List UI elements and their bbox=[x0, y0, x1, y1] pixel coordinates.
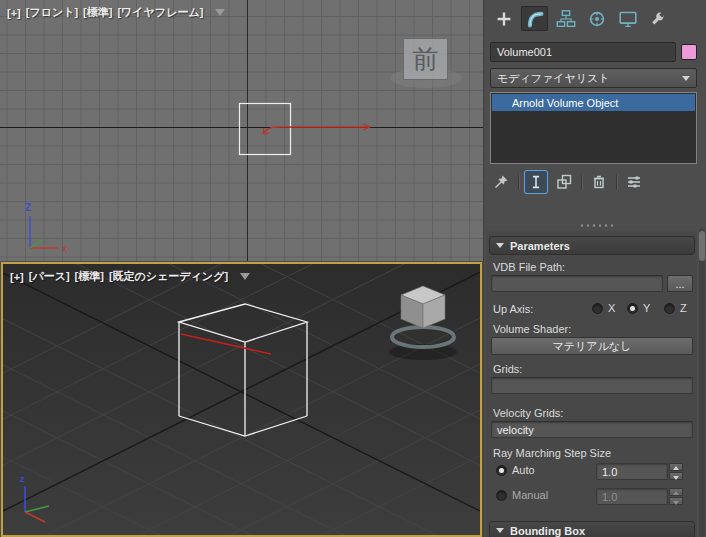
toolbar-separator bbox=[581, 175, 582, 190]
viewport-menu-triangle-icon[interactable] bbox=[215, 9, 225, 16]
parameters-rollout-header[interactable]: Parameters bbox=[489, 236, 695, 255]
toolbar-separator bbox=[616, 175, 617, 190]
grids-field[interactable] bbox=[491, 377, 693, 394]
browse-button-label: ... bbox=[675, 278, 684, 290]
perspective-viewport[interactable]: z [+] [パース] [標準] [既定のシェーディング] bbox=[1, 262, 482, 537]
make-unique-button[interactable] bbox=[553, 171, 575, 193]
rollout-area-grip[interactable] bbox=[579, 224, 613, 227]
axis-z-label: Z bbox=[25, 202, 31, 213]
viewport-pov-menu[interactable]: [フロント] bbox=[26, 5, 78, 20]
persp-axis-tripod: z bbox=[20, 474, 49, 522]
volume-shader-label: Volume Shader: bbox=[493, 323, 571, 335]
pin-stack-button[interactable] bbox=[490, 171, 512, 193]
up-axis-x-option: X bbox=[592, 302, 615, 314]
velocity-grids-value: velocity bbox=[497, 424, 534, 436]
rollout-open-arrow-icon bbox=[496, 243, 504, 248]
browse-vdb-button[interactable]: ... bbox=[667, 275, 693, 292]
viewport-shading-menu[interactable]: [ワイヤフレーム] bbox=[117, 5, 203, 20]
viewport-per-view-preset-menu[interactable]: [標準] bbox=[75, 269, 104, 284]
spinner-arrows bbox=[669, 463, 683, 480]
bounding-box-rollout-title: Bounding Box bbox=[510, 525, 585, 537]
auto-step-spinner: 1.0 bbox=[596, 463, 683, 480]
create-plus-icon bbox=[493, 8, 515, 30]
selected-object-outline[interactable] bbox=[240, 104, 291, 155]
viewcube-front-face[interactable]: 前 bbox=[403, 38, 448, 80]
panel-scrollbar-track[interactable] bbox=[699, 228, 705, 537]
vdb-file-path-label: VDB File Path: bbox=[493, 261, 565, 273]
command-panel: モディファイヤリスト Arnold Volume Object bbox=[483, 0, 706, 537]
viewport-pov-menu[interactable]: [パース] bbox=[29, 269, 70, 284]
viewport-per-view-preset-menu[interactable]: [標準] bbox=[83, 5, 112, 20]
chevron-down-icon bbox=[682, 76, 690, 81]
spinner-up-icon[interactable] bbox=[669, 463, 683, 471]
grids-label: Grids: bbox=[493, 363, 522, 375]
tab-create[interactable] bbox=[490, 6, 517, 31]
show-end-result-button[interactable] bbox=[525, 171, 547, 193]
tab-modify[interactable] bbox=[521, 6, 548, 31]
auto-option: Auto bbox=[496, 464, 535, 476]
manual-option: Manual bbox=[496, 489, 548, 501]
viewport-menu-triangle-icon[interactable] bbox=[240, 273, 250, 280]
rollout-open-arrow-icon bbox=[496, 528, 504, 533]
velocity-grids-field[interactable]: velocity bbox=[491, 421, 693, 438]
tab-display[interactable] bbox=[614, 6, 641, 31]
object-color-swatch[interactable] bbox=[681, 44, 697, 60]
front-axis-tripod: Z x bbox=[25, 202, 67, 254]
show-end-result-icon bbox=[528, 174, 544, 190]
spinner-arrows bbox=[669, 488, 683, 505]
modifier-stack-item[interactable]: Arnold Volume Object bbox=[492, 94, 695, 111]
hierarchy-icon bbox=[555, 8, 577, 30]
manual-step-value[interactable]: 1.0 bbox=[596, 488, 668, 505]
front-viewport-menu: [+] [フロント] [標準] [ワイヤフレーム] bbox=[7, 5, 225, 20]
toolbar-separator bbox=[518, 175, 519, 190]
auto-step-value[interactable]: 1.0 bbox=[596, 463, 668, 480]
persp-viewport-menu: [+] [パース] [標準] [既定のシェーディング] bbox=[10, 269, 250, 284]
configure-modifier-sets-button[interactable] bbox=[623, 171, 645, 193]
velocity-grids-label: Velocity Grids: bbox=[493, 407, 563, 419]
tab-hierarchy[interactable] bbox=[552, 6, 579, 31]
material-button-label: マテリアルなし bbox=[553, 339, 632, 354]
volume-shader-material-button[interactable]: マテリアルなし bbox=[491, 337, 693, 355]
trash-icon bbox=[590, 173, 608, 191]
modifier-list-dropdown[interactable]: モディファイヤリスト bbox=[490, 68, 697, 88]
viewport-shading-menu[interactable]: [既定のシェーディング] bbox=[109, 269, 228, 284]
tab-utilities[interactable] bbox=[645, 6, 672, 31]
radio-x-label: X bbox=[608, 302, 615, 314]
modifier-stack-item-label: Arnold Volume Object bbox=[512, 97, 618, 109]
ray-marching-step-size-label: Ray Marching Step Size bbox=[493, 447, 611, 459]
spinner-down-icon[interactable] bbox=[669, 497, 683, 505]
radio-y[interactable] bbox=[627, 303, 638, 314]
up-axis-y-option: Y bbox=[627, 302, 650, 314]
tab-motion[interactable] bbox=[583, 6, 610, 31]
panel-scrollbar-thumb[interactable] bbox=[699, 231, 705, 261]
vdb-file-path-field[interactable] bbox=[491, 275, 663, 292]
viewport-general-menu[interactable]: [+] bbox=[10, 271, 24, 283]
viewcube[interactable]: 前 bbox=[396, 36, 456, 90]
object-name-input[interactable] bbox=[490, 42, 676, 62]
radio-z[interactable] bbox=[664, 303, 675, 314]
modifier-stack-list[interactable]: Arnold Volume Object bbox=[490, 92, 697, 164]
viewport-general-menu[interactable]: [+] bbox=[7, 7, 21, 19]
spinner-down-icon[interactable] bbox=[669, 472, 683, 480]
parameters-rollout-title: Parameters bbox=[510, 240, 570, 252]
axis-z-label: z bbox=[20, 474, 25, 484]
motion-icon bbox=[586, 8, 608, 30]
configure-sets-icon bbox=[625, 173, 643, 191]
radio-manual[interactable] bbox=[496, 490, 507, 501]
manual-step-text: 1.0 bbox=[602, 491, 617, 503]
remove-modifier-button[interactable] bbox=[588, 171, 610, 193]
persp-canvas: z bbox=[3, 264, 480, 535]
up-axis-label: Up Axis: bbox=[493, 303, 533, 315]
trajectory-line bbox=[263, 124, 370, 134]
manual-step-spinner: 1.0 bbox=[596, 488, 683, 505]
modify-icon bbox=[524, 8, 546, 30]
radio-x[interactable] bbox=[592, 303, 603, 314]
front-viewport[interactable]: Z x [+] [フロント] [標準] [ワイヤフレーム] 前 bbox=[0, 0, 483, 261]
auto-label: Auto bbox=[512, 464, 535, 476]
radio-z-label: Z bbox=[680, 302, 687, 314]
radio-auto[interactable] bbox=[496, 465, 507, 476]
viewcube-3d[interactable] bbox=[389, 286, 457, 360]
bounding-box-rollout-header[interactable]: Bounding Box bbox=[489, 521, 695, 537]
spinner-up-icon[interactable] bbox=[669, 488, 683, 496]
axis-x-label: x bbox=[62, 243, 67, 254]
